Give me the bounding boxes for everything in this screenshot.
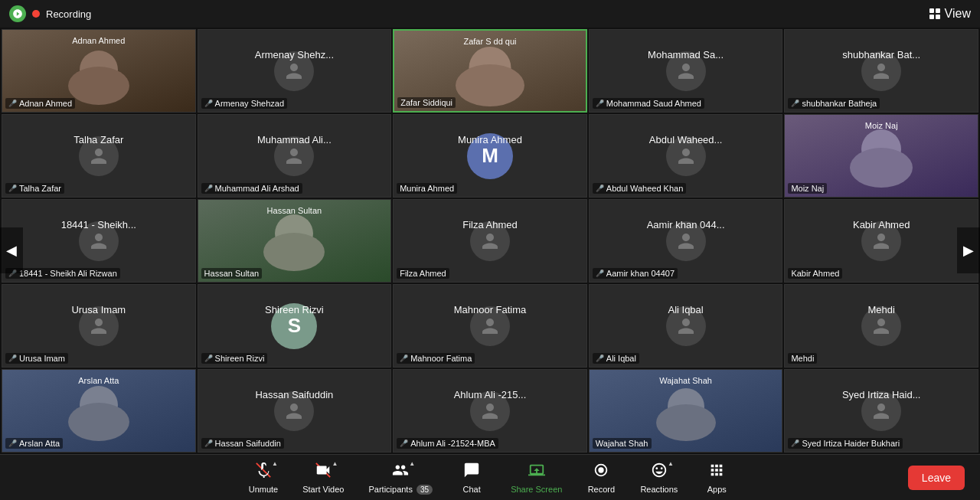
svg-point-3 bbox=[599, 467, 604, 472]
participant-name: 🎤Aamir khan 04407 bbox=[593, 268, 678, 279]
unmute-button[interactable]: ▲ Unmute bbox=[237, 455, 291, 500]
participant-display-name: Moiz Naj bbox=[865, 121, 898, 130]
participant-name: 🎤Urusa Imam bbox=[5, 353, 68, 364]
share-screen-label: Share Screen bbox=[511, 485, 562, 494]
video-cell[interactable]: Wajahat ShahWajahat Shah bbox=[589, 369, 783, 453]
participant-name: 🎤Shireen Rizvi bbox=[201, 353, 268, 364]
video-cell[interactable]: Abdul Waheed...🎤Abdul Waheed Khan bbox=[589, 114, 783, 198]
participant-display-name: Munira Ahmed bbox=[403, 134, 577, 145]
video-cell[interactable]: Moiz NajMoiz Naj bbox=[784, 114, 978, 198]
recording-label: Recording bbox=[46, 8, 91, 20]
participants-count: 35 bbox=[416, 485, 433, 495]
participant-display-name: shubhankar Bat... bbox=[795, 49, 968, 60]
record-icon bbox=[593, 462, 609, 482]
share-screen-button[interactable]: Share Screen bbox=[498, 455, 574, 500]
participant-display-name: Mehdi bbox=[795, 304, 968, 315]
participant-display-name: Talha Zafar bbox=[12, 134, 185, 145]
zoom-logo bbox=[9, 5, 26, 22]
video-cell[interactable]: Talha Zafar🎤Talha Zafar bbox=[2, 114, 196, 198]
start-video-button[interactable]: ▲ Start Video bbox=[290, 455, 356, 500]
video-caret: ▲ bbox=[332, 460, 338, 467]
video-cell[interactable]: Zafar S dd quiZafar Siddiqui bbox=[393, 29, 587, 113]
participant-name: 🎤Muhammad Ali Arshad bbox=[201, 183, 302, 194]
chat-label: Chat bbox=[463, 485, 481, 494]
chat-icon bbox=[463, 462, 480, 482]
participant-name: 🎤Mahnoor Fatima bbox=[397, 353, 475, 364]
participant-display-name: Mahnoor Fatima bbox=[403, 304, 577, 315]
record-button[interactable]: Record bbox=[574, 455, 628, 500]
participant-display-name: Adnan Ahmed bbox=[72, 36, 125, 45]
video-cell[interactable]: MehdiMehdi bbox=[784, 284, 978, 368]
mic-off-icon: 🎤 bbox=[204, 185, 213, 192]
mic-off-icon: 🎤 bbox=[596, 355, 604, 362]
participant-name: 🎤shubhankar Batheja bbox=[788, 98, 880, 109]
video-cell[interactable]: Hassan SultanHassan Sultan bbox=[198, 199, 392, 283]
video-cell[interactable]: Ali Iqbal🎤Ali Iqbal bbox=[589, 284, 783, 368]
participant-name: 🎤Mohammad Saud Ahmed bbox=[593, 98, 704, 109]
apps-label: Apps bbox=[707, 485, 727, 494]
participant-display-name: Mohammad Sa... bbox=[599, 49, 772, 60]
video-cell[interactable]: Adnan Ahmed🎤Adnan Ahmed bbox=[2, 29, 196, 113]
reactions-button[interactable]: ▲ Reactions bbox=[628, 455, 690, 500]
mic-off-icon: 🎤 bbox=[596, 270, 604, 277]
video-cell[interactable]: Arslan Atta🎤Arslan Atta bbox=[2, 369, 196, 453]
video-cell[interactable]: Aamir khan 044...🎤Aamir khan 04407 bbox=[589, 199, 783, 283]
reactions-label: Reactions bbox=[640, 485, 678, 494]
participant-name: 🎤Abdul Waheed Khan bbox=[593, 183, 687, 194]
next-page-arrow[interactable]: ▶ bbox=[957, 227, 980, 273]
participant-display-name: Filza Ahmed bbox=[403, 219, 577, 230]
participant-name: 🎤Arslan Atta bbox=[5, 438, 63, 449]
participant-display-name: Arslan Atta bbox=[78, 376, 119, 385]
toolbar: ▲ Unmute ▲ Start Video ▲ Participants 35 bbox=[0, 454, 980, 500]
video-cell[interactable]: MMunira AhmedMunira Ahmed bbox=[393, 114, 587, 198]
mic-off-icon: 🎤 bbox=[596, 100, 604, 107]
record-label: Record bbox=[588, 485, 615, 494]
prev-page-arrow[interactable]: ◀ bbox=[0, 227, 23, 273]
participant-name: 🎤Ali Iqbal bbox=[593, 353, 639, 364]
participant-display-name: Hassan Saifuddin bbox=[207, 389, 381, 400]
participants-button[interactable]: ▲ Participants 35 bbox=[356, 455, 445, 500]
video-cell[interactable]: 18441 - Sheikh...🎤18441 - Sheikh Ali Riz… bbox=[2, 199, 196, 283]
view-button[interactable]: View bbox=[929, 7, 971, 21]
participant-name: Mehdi bbox=[788, 353, 817, 364]
participant-display-name: Kabir Ahmed bbox=[795, 219, 968, 230]
mic-off-icon: 🎤 bbox=[204, 100, 213, 107]
mic-caret: ▲ bbox=[272, 460, 278, 467]
participant-name: 🎤Syed Irtiza Haider Bukhari bbox=[788, 438, 903, 449]
apps-button[interactable]: Apps bbox=[690, 455, 743, 500]
video-cell[interactable]: Armenay Shehz...🎤Armenay Shehzad bbox=[198, 29, 392, 113]
participant-name: Wajahat Shah bbox=[593, 438, 652, 449]
video-cell[interactable]: Filza AhmedFilza Ahmed bbox=[393, 199, 587, 283]
participant-display-name: 18441 - Sheikh... bbox=[12, 219, 185, 230]
view-label: View bbox=[945, 7, 971, 21]
chat-button[interactable]: Chat bbox=[445, 455, 498, 500]
video-cell[interactable]: Urusa Imam🎤Urusa Imam bbox=[2, 284, 196, 368]
mic-off-icon: 🎤 bbox=[400, 355, 408, 362]
mic-off-icon: 🎤 bbox=[204, 355, 213, 362]
mic-off-icon: 🎤 bbox=[596, 185, 604, 192]
participant-name: 🎤Adnan Ahmed bbox=[5, 98, 75, 109]
video-cell[interactable]: Muhammad Ali...🎤Muhammad Ali Arshad bbox=[198, 114, 392, 198]
video-cell[interactable]: shubhankar Bat...🎤shubhankar Batheja bbox=[784, 29, 978, 113]
participant-display-name: Shireen Rizvi bbox=[207, 304, 381, 315]
participants-caret: ▲ bbox=[409, 460, 415, 467]
video-cell[interactable]: Mahnoor Fatima🎤Mahnoor Fatima bbox=[393, 284, 587, 368]
participant-display-name: Muhammad Ali... bbox=[207, 134, 381, 145]
participant-display-name: Abdul Waheed... bbox=[599, 134, 772, 145]
participant-display-name: Ahlum Ali -215... bbox=[403, 389, 577, 400]
video-cell[interactable]: Syed Irtiza Haid...🎤Syed Irtiza Haider B… bbox=[784, 369, 978, 453]
participant-name: 🎤Armenay Shehzad bbox=[201, 98, 288, 109]
participant-display-name: Aamir khan 044... bbox=[599, 219, 772, 230]
video-cell[interactable]: Mohammad Sa...🎤Mohammad Saud Ahmed bbox=[589, 29, 783, 113]
video-cell[interactable]: Ahlum Ali -215...🎤Ahlum Ali -21524-MBA bbox=[393, 369, 587, 453]
unmute-label: Unmute bbox=[249, 485, 279, 494]
participant-name: 🎤Hassan Saifuddin bbox=[201, 438, 284, 449]
video-cell[interactable]: Kabir AhmedKabir Ahmed bbox=[784, 199, 978, 283]
mic-off-icon: 🎤 bbox=[8, 440, 17, 447]
participant-display-name: Ali Iqbal bbox=[599, 304, 772, 315]
leave-button[interactable]: Leave bbox=[908, 466, 965, 490]
reactions-icon: ▲ bbox=[651, 462, 668, 482]
video-cell[interactable]: Hassan Saifuddin🎤Hassan Saifuddin bbox=[198, 369, 392, 453]
mic-off-icon: 🎤 bbox=[8, 100, 17, 107]
video-cell[interactable]: SShireen Rizvi🎤Shireen Rizvi bbox=[198, 284, 392, 368]
